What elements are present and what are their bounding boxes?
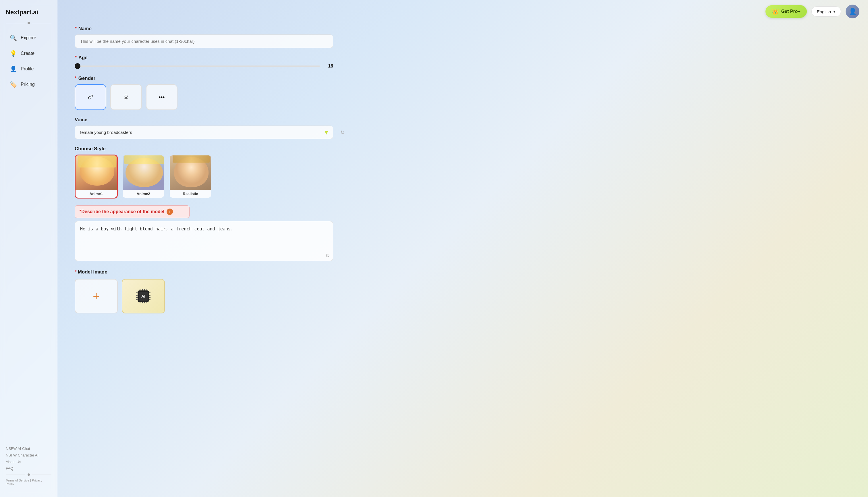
gender-label: *Gender — [75, 75, 851, 81]
footer-divider-line-left — [6, 474, 25, 475]
main-nav: 🔍 Explore 💡 Create 👤 Profile 🏷️ Pricing — [0, 30, 57, 93]
age-label: *Age — [75, 55, 851, 61]
footer-link-faq[interactable]: FAQ — [6, 466, 52, 471]
appearance-group: *Describe the appearance of the model i … — [75, 205, 851, 262]
svg-rect-6 — [149, 293, 150, 293]
sidebar: Nextpart.ai 🔍 Explore 💡 Create 👤 Profile… — [0, 0, 57, 497]
model-image-label: * Model Image — [75, 269, 851, 275]
divider-dot — [28, 22, 30, 24]
female-symbol-icon: ♀ — [122, 91, 130, 103]
sidebar-item-explore-label: Explore — [21, 36, 36, 41]
sidebar-item-pricing[interactable]: 🏷️ Pricing — [2, 77, 55, 92]
age-required-star: * — [75, 55, 77, 61]
svg-rect-5 — [136, 299, 138, 300]
sidebar-item-create-label: Create — [21, 51, 34, 56]
appearance-refresh-button[interactable]: ↻ — [326, 253, 330, 259]
model-image-required-star: * — [75, 269, 77, 275]
other-symbol-icon: ••• — [159, 94, 164, 101]
age-value: 18 — [324, 63, 333, 69]
age-group: *Age 18 — [75, 55, 851, 69]
gender-buttons: ♂ ♀ ••• — [75, 84, 851, 110]
svg-rect-7 — [149, 295, 150, 296]
svg-rect-11 — [142, 289, 143, 290]
voice-refresh-button[interactable]: ↻ — [341, 129, 345, 136]
name-label: *Name — [75, 26, 851, 32]
create-form: *Name *Age 18 *Gender ♂ ♀ — [57, 23, 868, 497]
language-label: English — [817, 9, 831, 14]
get-pro-button[interactable]: 👑 Get Pro+ — [765, 5, 807, 18]
svg-text:AI: AI — [141, 294, 145, 298]
model-image-upload-card[interactable]: + — [75, 279, 118, 313]
svg-rect-9 — [149, 299, 150, 300]
terms-of-service-link[interactable]: Terms of Service — [6, 479, 29, 482]
footer-divider-line-right — [32, 474, 52, 475]
header: 👑 Get Pro+ English ▾ 👤 — [57, 0, 868, 23]
svg-rect-13 — [146, 289, 147, 290]
style-card-realistic-label: Realistic — [170, 190, 211, 198]
sidebar-footer: NSFW AI Chat NSFW Character AI About Us … — [0, 441, 57, 491]
appearance-textarea-wrap: He is a boy with light blond hair, a tre… — [75, 221, 333, 262]
style-card-anime2[interactable]: Anime2 — [122, 155, 165, 199]
sidebar-item-profile[interactable]: 👤 Profile — [2, 61, 55, 76]
main-content: 👑 Get Pro+ English ▾ 👤 *Name *Age 18 — [57, 0, 868, 497]
sidebar-item-profile-label: Profile — [21, 66, 33, 72]
model-image-group: * Model Image + — [75, 269, 851, 313]
svg-rect-4 — [136, 297, 138, 298]
appearance-label: *Describe the appearance of the model i — [75, 205, 190, 218]
crown-icon: 👑 — [772, 8, 779, 15]
name-group: *Name — [75, 26, 851, 48]
sidebar-divider — [0, 22, 57, 24]
name-input[interactable] — [75, 34, 333, 48]
gender-male-button[interactable]: ♂ — [75, 84, 106, 110]
gender-female-button[interactable]: ♀ — [110, 84, 142, 110]
gender-other-button[interactable]: ••• — [146, 84, 177, 110]
svg-rect-8 — [149, 297, 150, 298]
footer-link-about-us[interactable]: About Us — [6, 460, 52, 464]
create-icon: 💡 — [9, 49, 17, 57]
appearance-textarea[interactable]: He is a boy with light blond hair, a tre… — [75, 221, 333, 261]
svg-rect-14 — [140, 302, 141, 303]
explore-icon: 🔍 — [9, 34, 17, 42]
language-selector[interactable]: English ▾ — [811, 6, 841, 17]
svg-rect-16 — [144, 302, 145, 303]
voice-label: Voice — [75, 117, 851, 123]
voice-select[interactable]: female young broadcasters — [75, 126, 333, 139]
profile-icon: 👤 — [9, 65, 17, 73]
svg-rect-17 — [146, 302, 147, 303]
divider-line-right — [32, 23, 52, 23]
style-card-anime1-label: Anime1 — [75, 190, 117, 198]
sidebar-item-pricing-label: Pricing — [21, 82, 35, 87]
model-image-cards: + — [75, 279, 851, 313]
style-card-anime1[interactable]: Anime1 — [75, 155, 118, 199]
footer-divider — [6, 473, 52, 476]
style-card-anime2-label: Anime2 — [122, 190, 164, 198]
sidebar-item-create[interactable]: 💡 Create — [2, 46, 55, 61]
choose-style-group: Choose Style Anime1 Anime2 — [75, 146, 851, 199]
age-row: 18 — [75, 63, 333, 69]
get-pro-label: Get Pro+ — [781, 9, 800, 14]
ai-chip-icon: AI — [135, 287, 152, 305]
plus-icon: + — [93, 290, 99, 303]
model-image-ai-card[interactable]: AI — [122, 279, 165, 313]
footer-link-nsfw-ai-chat[interactable]: NSFW AI Chat — [6, 446, 52, 451]
svg-rect-2 — [136, 293, 138, 293]
svg-rect-10 — [140, 289, 141, 290]
style-cards: Anime1 Anime2 Realistic — [75, 155, 851, 199]
voice-group: Voice female young broadcasters ▼ ↻ — [75, 117, 851, 139]
sidebar-item-explore[interactable]: 🔍 Explore — [2, 30, 55, 45]
svg-rect-12 — [144, 289, 145, 290]
choose-style-label: Choose Style — [75, 146, 851, 152]
divider-line-left — [6, 23, 25, 23]
user-avatar[interactable]: 👤 — [845, 4, 859, 18]
svg-rect-15 — [142, 302, 143, 303]
svg-rect-3 — [136, 295, 138, 296]
app-logo: Nextpart.ai — [0, 6, 57, 22]
footer-divider-dot — [28, 473, 30, 476]
language-arrow-icon: ▾ — [833, 9, 836, 14]
age-slider[interactable] — [75, 66, 320, 67]
policy-separator: | — [29, 479, 32, 482]
style-card-realistic[interactable]: Realistic — [169, 155, 212, 199]
footer-link-nsfw-character-ai[interactable]: NSFW Character AI — [6, 453, 52, 457]
appearance-info-icon: i — [167, 209, 173, 215]
pricing-icon: 🏷️ — [9, 81, 17, 88]
